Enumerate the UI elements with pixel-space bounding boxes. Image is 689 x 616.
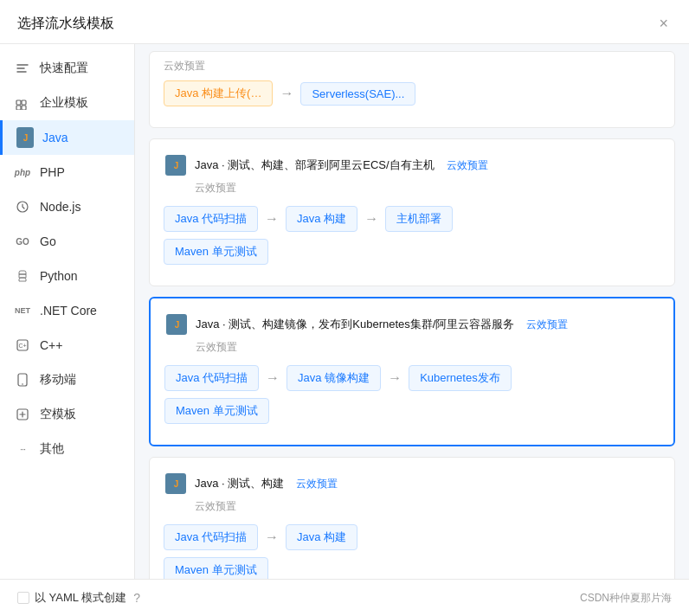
step-serverless: Serverless(SAE)...: [300, 82, 415, 106]
sidebar-item-java[interactable]: J Java: [0, 120, 134, 155]
card-header-k8s: J Java · 测试、构建镜像，发布到Kubernetes集群/阿里云容器服务…: [164, 312, 660, 337]
partial-subtitle: 云效预置: [164, 59, 660, 74]
sidebar-label-mobile: 移动端: [40, 372, 76, 388]
sidebar: 快速配置 企业模板 J Java php PHP: [0, 44, 135, 579]
template-card-build[interactable]: J Java · 测试、构建 云效预置 云效预置 Java 代码扫描 → Jav…: [149, 457, 675, 579]
modal-title: 选择流水线模板: [17, 15, 114, 33]
sidebar-item-mobile[interactable]: 移动端: [0, 363, 134, 397]
cpp-icon: C+: [14, 337, 31, 354]
sidebar-item-cpp[interactable]: C+ C++: [0, 328, 134, 363]
sidebar-item-go[interactable]: GO Go: [0, 224, 134, 259]
mobile-icon: [14, 371, 31, 388]
step-java-image-k8s: Java 镜像构建: [287, 365, 381, 391]
step-java-build-ecs: Java 构建: [286, 206, 357, 232]
step-java-scan-k8s: Java 代码扫描: [164, 365, 259, 391]
footer-left: 以 YAML 模式创建 ?: [17, 590, 140, 606]
java-lang-icon-ecs: J: [164, 153, 188, 177]
step-maven-ecs: Maven 单元测试: [164, 239, 268, 265]
step-host-deploy-ecs: 主机部署: [385, 206, 453, 232]
card-header-build: J Java · 测试、构建 云效预置: [164, 472, 660, 496]
card-header-ecs: J Java · 测试、构建、部署到阿里云ECS/自有主机 云效预置: [164, 153, 660, 177]
sidebar-item-python[interactable]: Python: [0, 259, 134, 293]
card-subtitle-k8s: 云效预置: [196, 340, 660, 355]
cloud-tag-k8s[interactable]: 云效预置: [526, 318, 568, 332]
go-icon: GO: [14, 233, 31, 250]
yaml-mode-label: 以 YAML 模式创建: [35, 590, 126, 606]
card-title-build: Java · 测试、构建: [195, 476, 284, 491]
arrow-icon-1: →: [280, 86, 293, 101]
arrow-k8s-1: →: [266, 370, 280, 386]
cloud-tag-ecs[interactable]: 云效预置: [447, 158, 488, 173]
enterprise-icon: [14, 94, 31, 112]
sidebar-item-nodejs[interactable]: Node.js: [0, 189, 134, 224]
step-java-build-upload: Java 构建上传(…: [164, 80, 273, 106]
step-maven-build: Maven 单元测试: [164, 557, 268, 579]
card-subtitle-ecs: 云效预置: [195, 181, 660, 196]
sidebar-label-other: 其他: [40, 441, 64, 457]
sidebar-label-dotnet: .NET Core: [40, 304, 97, 318]
sidebar-label-nodejs: Node.js: [40, 200, 80, 214]
partial-flow: Java 构建上传(… → Serverless(SAE)...: [164, 80, 660, 106]
arrow-build-1: →: [265, 529, 279, 545]
flow-row1-k8s: Java 代码扫描 → Java 镜像构建 → Kubernetes发布: [164, 365, 660, 391]
dotnet-icon: NET: [14, 302, 31, 319]
step-java-scan-ecs: Java 代码扫描: [164, 206, 258, 232]
sidebar-item-enterprise[interactable]: 企业模板: [0, 86, 134, 120]
svg-point-8: [22, 383, 23, 385]
flow-row1-ecs: Java 代码扫描 → Java 构建 → 主机部署: [164, 206, 660, 232]
arrow-ecs-1: →: [265, 211, 279, 227]
sidebar-item-php[interactable]: php PHP: [0, 155, 134, 189]
step-java-build-only: Java 构建: [286, 524, 357, 550]
arrow-k8s-2: →: [388, 370, 402, 386]
content-area: 云效预置 Java 构建上传(… → Serverless(SAE)... J …: [135, 44, 689, 579]
template-card-partial-top[interactable]: 云效预置 Java 构建上传(… → Serverless(SAE)...: [149, 51, 675, 128]
modal-footer: 以 YAML 模式创建 ? CSDN种仲夏那片海: [0, 579, 689, 616]
java-icon: J: [16, 129, 34, 146]
watermark: CSDN种仲夏那片海: [580, 591, 672, 606]
template-card-ecs[interactable]: J Java · 测试、构建、部署到阿里云ECS/自有主机 云效预置 云效预置 …: [149, 138, 675, 286]
sidebar-label-python: Python: [40, 269, 78, 283]
svg-rect-3: [22, 106, 26, 110]
modal-container: 选择流水线模板 × 快速配置 企业模板 J: [0, 0, 689, 616]
card-subtitle-build: 云效预置: [195, 499, 660, 514]
flow-row2-ecs: Maven 单元测试: [164, 239, 660, 265]
close-button[interactable]: ×: [655, 14, 672, 33]
flow-row2-build: Maven 单元测试: [164, 557, 660, 579]
svg-rect-1: [22, 100, 26, 105]
help-icon[interactable]: ?: [133, 591, 140, 605]
sidebar-item-other[interactable]: ··· 其他: [0, 432, 134, 466]
sidebar-label-java: Java: [42, 131, 68, 144]
java-lang-icon-k8s: J: [164, 312, 189, 337]
step-maven-k8s: Maven 单元测试: [164, 398, 269, 424]
sidebar-label-cpp: C++: [40, 338, 62, 352]
step-java-scan-build: Java 代码扫描: [164, 524, 258, 550]
yaml-mode-checkbox[interactable]: 以 YAML 模式创建: [17, 590, 126, 606]
python-icon: [14, 267, 31, 285]
arrow-ecs-2: →: [364, 211, 378, 227]
flow-row2-k8s: Maven 单元测试: [164, 398, 660, 424]
php-icon: php: [14, 164, 31, 181]
yaml-checkbox-input[interactable]: [17, 592, 29, 604]
nodejs-icon: [14, 198, 31, 215]
sidebar-item-quick[interactable]: 快速配置: [0, 51, 134, 86]
sidebar-label-quick: 快速配置: [40, 61, 88, 76]
java-lang-icon-build: J: [164, 472, 188, 496]
sidebar-label-empty: 空模板: [40, 407, 76, 422]
svg-rect-0: [16, 100, 21, 105]
sidebar-item-dotnet[interactable]: NET .NET Core: [0, 293, 134, 328]
flow-row1-build: Java 代码扫描 → Java 构建: [164, 524, 660, 550]
modal-body: 快速配置 企业模板 J Java php PHP: [0, 44, 689, 579]
svg-text:C+: C+: [18, 343, 26, 349]
sidebar-label-go: Go: [40, 234, 56, 248]
empty-icon: [14, 406, 31, 423]
template-card-k8s[interactable]: J Java · 测试、构建镜像，发布到Kubernetes集群/阿里云容器服务…: [149, 297, 675, 446]
sidebar-item-empty[interactable]: 空模板: [0, 397, 134, 432]
other-icon: ···: [14, 440, 31, 458]
quick-icon: [14, 60, 31, 77]
sidebar-label-php: PHP: [40, 165, 65, 179]
card-title-ecs: Java · 测试、构建、部署到阿里云ECS/自有主机: [195, 157, 435, 173]
step-k8s-deploy: Kubernetes发布: [409, 365, 512, 391]
card-title-k8s: Java · 测试、构建镜像，发布到Kubernetes集群/阿里云容器服务: [196, 317, 514, 332]
sidebar-label-enterprise: 企业模板: [40, 95, 88, 111]
cloud-tag-build[interactable]: 云效预置: [296, 477, 338, 491]
